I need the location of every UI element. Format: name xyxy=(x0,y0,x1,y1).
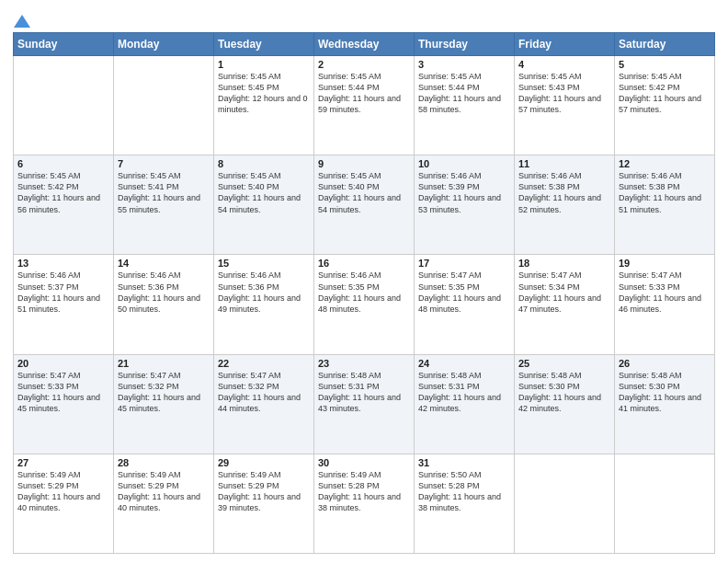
day-number: 20 xyxy=(17,358,109,369)
daylight-text: Daylight: 11 hours and 55 minutes. xyxy=(118,193,200,213)
sunset-text: Sunset: 5:44 PM xyxy=(318,83,380,92)
daylight-text: Daylight: 11 hours and 54 minutes. xyxy=(318,193,401,213)
sunset-text: Sunset: 5:32 PM xyxy=(218,382,279,391)
calendar-day-cell: 6 Sunrise: 5:45 AM Sunset: 5:42 PM Dayli… xyxy=(14,155,114,255)
sunset-text: Sunset: 5:42 PM xyxy=(17,182,79,191)
calendar-day-cell xyxy=(114,56,214,155)
day-info: Sunrise: 5:46 AM Sunset: 5:37 PM Dayligh… xyxy=(17,270,109,315)
daylight-text: Daylight: 11 hours and 51 minutes. xyxy=(17,293,100,314)
sunrise-text: Sunrise: 5:46 AM xyxy=(118,270,181,280)
calendar-day-cell: 31 Sunrise: 5:50 AM Sunset: 5:28 PM Dayl… xyxy=(415,454,515,553)
daylight-text: Daylight: 11 hours and 42 minutes. xyxy=(518,393,601,413)
sunset-text: Sunset: 5:35 PM xyxy=(418,282,480,292)
daylight-text: Daylight: 11 hours and 57 minutes. xyxy=(518,94,601,114)
day-of-week-header: Tuesday xyxy=(214,33,314,56)
day-number: 2 xyxy=(318,59,410,70)
calendar-day-cell: 29 Sunrise: 5:49 AM Sunset: 5:29 PM Dayl… xyxy=(214,454,314,553)
daylight-text: Daylight: 11 hours and 44 minutes. xyxy=(218,393,301,413)
sunrise-text: Sunrise: 5:45 AM xyxy=(118,171,181,180)
logo-icon xyxy=(13,9,30,30)
calendar-week-row: 6 Sunrise: 5:45 AM Sunset: 5:42 PM Dayli… xyxy=(14,155,715,255)
sunrise-text: Sunrise: 5:46 AM xyxy=(17,270,81,280)
calendar-day-cell: 3 Sunrise: 5:45 AM Sunset: 5:44 PM Dayli… xyxy=(415,56,515,155)
daylight-text: Daylight: 11 hours and 52 minutes. xyxy=(518,193,601,213)
sunrise-text: Sunrise: 5:46 AM xyxy=(619,171,682,180)
daylight-text: Daylight: 12 hours and 0 minutes. xyxy=(218,94,308,114)
daylight-text: Daylight: 11 hours and 40 minutes. xyxy=(17,492,100,512)
day-info: Sunrise: 5:46 AM Sunset: 5:36 PM Dayligh… xyxy=(218,270,310,315)
sunset-text: Sunset: 5:28 PM xyxy=(418,481,480,490)
sunset-text: Sunset: 5:45 PM xyxy=(218,83,279,92)
sunset-text: Sunset: 5:35 PM xyxy=(318,282,380,292)
daylight-text: Daylight: 11 hours and 43 minutes. xyxy=(318,393,401,413)
daylight-text: Daylight: 11 hours and 41 minutes. xyxy=(619,393,701,413)
sunset-text: Sunset: 5:39 PM xyxy=(418,182,480,191)
daylight-text: Daylight: 11 hours and 39 minutes. xyxy=(218,492,301,512)
day-info: Sunrise: 5:49 AM Sunset: 5:28 PM Dayligh… xyxy=(318,469,410,514)
sunset-text: Sunset: 5:29 PM xyxy=(218,481,279,490)
sunset-text: Sunset: 5:32 PM xyxy=(118,382,179,391)
calendar-day-cell xyxy=(14,56,114,155)
day-number: 28 xyxy=(118,457,210,468)
day-info: Sunrise: 5:46 AM Sunset: 5:38 PM Dayligh… xyxy=(518,170,610,215)
daylight-text: Daylight: 11 hours and 42 minutes. xyxy=(418,393,501,413)
day-number: 3 xyxy=(418,59,510,70)
day-of-week-header: Friday xyxy=(515,33,615,56)
sunset-text: Sunset: 5:40 PM xyxy=(218,182,279,191)
sunrise-text: Sunrise: 5:45 AM xyxy=(619,72,682,81)
sunrise-text: Sunrise: 5:47 AM xyxy=(619,270,682,280)
day-info: Sunrise: 5:45 AM Sunset: 5:44 PM Dayligh… xyxy=(318,71,410,116)
sunrise-text: Sunrise: 5:45 AM xyxy=(218,72,281,81)
calendar-day-cell: 17 Sunrise: 5:47 AM Sunset: 5:35 PM Dayl… xyxy=(415,255,515,354)
calendar-day-cell: 18 Sunrise: 5:47 AM Sunset: 5:34 PM Dayl… xyxy=(515,255,615,354)
day-number: 17 xyxy=(418,258,510,269)
sunset-text: Sunset: 5:43 PM xyxy=(518,83,580,92)
logo-triangle-icon xyxy=(14,13,30,29)
sunrise-text: Sunrise: 5:45 AM xyxy=(218,171,281,180)
calendar-day-cell: 26 Sunrise: 5:48 AM Sunset: 5:30 PM Dayl… xyxy=(615,354,715,454)
daylight-text: Daylight: 11 hours and 48 minutes. xyxy=(318,293,401,314)
calendar-day-cell: 24 Sunrise: 5:48 AM Sunset: 5:31 PM Dayl… xyxy=(415,354,515,454)
daylight-text: Daylight: 11 hours and 49 minutes. xyxy=(218,293,301,314)
daylight-text: Daylight: 11 hours and 50 minutes. xyxy=(118,293,200,314)
calendar-week-row: 1 Sunrise: 5:45 AM Sunset: 5:45 PM Dayli… xyxy=(14,56,715,155)
day-info: Sunrise: 5:45 AM Sunset: 5:45 PM Dayligh… xyxy=(218,71,310,116)
calendar-day-cell: 13 Sunrise: 5:46 AM Sunset: 5:37 PM Dayl… xyxy=(14,255,114,354)
calendar-day-cell: 2 Sunrise: 5:45 AM Sunset: 5:44 PM Dayli… xyxy=(314,56,415,155)
daylight-text: Daylight: 11 hours and 59 minutes. xyxy=(318,94,401,114)
day-info: Sunrise: 5:47 AM Sunset: 5:32 PM Dayligh… xyxy=(218,370,310,415)
sunset-text: Sunset: 5:33 PM xyxy=(619,282,680,292)
sunset-text: Sunset: 5:29 PM xyxy=(118,481,179,490)
sunrise-text: Sunrise: 5:45 AM xyxy=(518,72,582,81)
day-info: Sunrise: 5:47 AM Sunset: 5:32 PM Dayligh… xyxy=(118,370,210,415)
sunset-text: Sunset: 5:30 PM xyxy=(518,382,580,391)
calendar-week-row: 27 Sunrise: 5:49 AM Sunset: 5:29 PM Dayl… xyxy=(14,454,715,553)
sunrise-text: Sunrise: 5:48 AM xyxy=(619,371,682,380)
sunset-text: Sunset: 5:29 PM xyxy=(17,481,79,490)
sunrise-text: Sunrise: 5:45 AM xyxy=(17,171,81,180)
sunrise-text: Sunrise: 5:47 AM xyxy=(518,270,582,280)
sunset-text: Sunset: 5:36 PM xyxy=(218,282,279,292)
daylight-text: Daylight: 11 hours and 56 minutes. xyxy=(17,193,100,213)
sunset-text: Sunset: 5:37 PM xyxy=(17,282,79,292)
day-number: 26 xyxy=(619,358,711,369)
day-info: Sunrise: 5:45 AM Sunset: 5:43 PM Dayligh… xyxy=(518,71,610,116)
sunset-text: Sunset: 5:33 PM xyxy=(17,382,79,391)
day-number: 15 xyxy=(218,258,310,269)
sunset-text: Sunset: 5:28 PM xyxy=(318,481,380,490)
day-number: 14 xyxy=(118,258,210,269)
day-number: 23 xyxy=(318,358,410,369)
day-info: Sunrise: 5:47 AM Sunset: 5:33 PM Dayligh… xyxy=(619,270,711,315)
daylight-text: Daylight: 11 hours and 40 minutes. xyxy=(118,492,200,512)
daylight-text: Daylight: 11 hours and 54 minutes. xyxy=(218,193,301,213)
daylight-text: Daylight: 11 hours and 45 minutes. xyxy=(118,393,200,413)
logo-blue xyxy=(13,9,30,30)
page: SundayMondayTuesdayWednesdayThursdayFrid… xyxy=(0,0,728,563)
day-number: 22 xyxy=(218,358,310,369)
calendar-week-row: 20 Sunrise: 5:47 AM Sunset: 5:33 PM Dayl… xyxy=(14,354,715,454)
sunrise-text: Sunrise: 5:47 AM xyxy=(218,371,281,380)
day-info: Sunrise: 5:48 AM Sunset: 5:30 PM Dayligh… xyxy=(619,370,711,415)
calendar-day-cell: 30 Sunrise: 5:49 AM Sunset: 5:28 PM Dayl… xyxy=(314,454,415,553)
day-number: 7 xyxy=(118,158,210,169)
day-number: 8 xyxy=(218,158,310,169)
